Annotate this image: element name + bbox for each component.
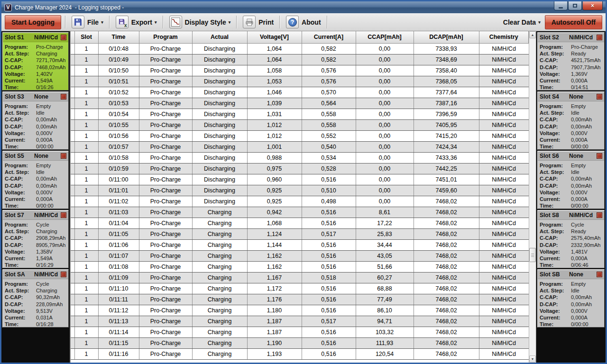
table-row[interactable]: 10/11:01Pro-ChargeDischarging0,9250,5100…: [71, 185, 529, 196]
table-row[interactable]: 10/11:07Pro-ChargeCharging1,1620,51643,0…: [71, 250, 529, 261]
table-row[interactable]: 10/10:53Pro-ChargeDischarging1,0390,5640…: [71, 98, 529, 109]
help-icon[interactable]: ?: [286, 16, 299, 28]
scroll-up-arrow-icon[interactable]: ▲: [529, 31, 536, 38]
table-cell: NiMH/Cd: [479, 348, 529, 359]
table-row[interactable]: 10/11:02Pro-ChargeDischarging0,9250,4980…: [71, 196, 529, 207]
start-logging-button[interactable]: Start Logging: [5, 15, 61, 29]
slot-header: Slot S4None: [538, 92, 604, 101]
table-row[interactable]: 10/10:58Pro-ChargeDischarging0,9880,5340…: [71, 152, 529, 163]
slot-field-label: Program:: [5, 162, 36, 169]
slot-stop-button-icon[interactable]: [597, 272, 602, 277]
table-row[interactable]: 10/10:56Pro-ChargeDischarging1,0120,5520…: [71, 130, 529, 141]
slot-field-label: D-CAP:: [540, 242, 571, 248]
slot-stop-button-icon[interactable]: [61, 35, 66, 40]
slot-stop-button-icon[interactable]: [61, 212, 66, 218]
table-cell: 7468,02: [414, 261, 479, 272]
slot-panel-slot-sa: Slot SANiMH/CdProgram:CycleAct. Step:Cha…: [2, 269, 69, 328]
column-header-ccapmah[interactable]: CCAP[mAh]: [356, 31, 414, 43]
table-row[interactable]: 10/11:00Pro-ChargeDischarging0,9600,5160…: [71, 174, 529, 185]
column-header-currenta[interactable]: Current[A]: [302, 31, 356, 43]
table-row[interactable]: 10/10:55Pro-ChargeDischarging1,0120,5580…: [71, 119, 529, 130]
slot-name: Slot SB: [540, 271, 569, 278]
slot-field-value: Ready: [571, 50, 586, 57]
minimize-button[interactable]: [554, 1, 568, 10]
table-row[interactable]: 10/11:10Pro-ChargeCharging1,1720,51668,8…: [71, 283, 529, 294]
table-cell: NiMH/Cd: [479, 272, 529, 283]
table-scrollbar[interactable]: ▲ ▼: [529, 31, 536, 363]
slot-stop-button-icon[interactable]: [61, 94, 66, 100]
slot-field-row: Current:0,031A: [5, 314, 66, 321]
slot-field-label: Program:: [540, 221, 571, 228]
table-row[interactable]: 10/11:06Pro-ChargeCharging1,1440,51634,4…: [71, 239, 529, 250]
slot-field-row: Current:0,000A: [5, 136, 66, 143]
clear-data-button[interactable]: Clear Data ▾: [501, 18, 543, 27]
slot-stop-button-icon[interactable]: [597, 35, 602, 40]
column-header-time[interactable]: Time: [98, 31, 139, 43]
table-row[interactable]: 10/11:15Pro-ChargeCharging1,1900,516111,…: [71, 337, 529, 348]
table-row[interactable]: 10/11:05Pro-ChargeCharging1,1240,51725,8…: [71, 228, 529, 239]
column-header-dcapmah[interactable]: DCAP[mAh]: [414, 31, 479, 43]
table-row[interactable]: 10/10:52Pro-ChargeDischarging1,0460,5700…: [71, 87, 529, 98]
table-row[interactable]: 10/11:14Pro-ChargeCharging1,1870,516103,…: [71, 327, 529, 337]
table-cell: 7468,02: [414, 250, 479, 261]
table-cell: Pro-Charge: [139, 283, 192, 294]
slot-stop-button-icon[interactable]: [61, 153, 66, 159]
slot-field-row: Act. Step:Charging: [5, 50, 66, 57]
table-row[interactable]: 10/10:50Pro-ChargeDischarging1,0580,5760…: [71, 65, 529, 76]
table-row[interactable]: 10/11:16Pro-ChargeCharging1,1930,516120,…: [71, 348, 529, 359]
slot-field-row: Current:0,000A: [540, 196, 602, 202]
close-button[interactable]: ×: [582, 1, 603, 10]
column-header-voltagev[interactable]: Voltage[V]: [247, 31, 302, 43]
table-row[interactable]: 10/10:49Pro-ChargeDischarging1,0640,5820…: [71, 54, 529, 65]
table-row[interactable]: 10/11:09Pro-ChargeCharging1,1670,51860,2…: [71, 272, 529, 283]
save-file-icon[interactable]: [72, 16, 84, 28]
display-style-button[interactable]: Display Style ▾: [167, 15, 233, 29]
slot-field-row: Time:0/14:51: [540, 84, 602, 91]
table-row[interactable]: 10/11:04Pro-ChargeCharging1,0680,51617,2…: [71, 218, 529, 228]
table-cell: 0,518: [302, 272, 356, 283]
print-button[interactable]: Print: [241, 15, 276, 29]
table-row[interactable]: 10/11:12Pro-ChargeCharging1,1800,51686,1…: [71, 305, 529, 316]
table-cell: 7459,60: [414, 185, 479, 196]
slot-stop-button-icon[interactable]: [597, 153, 602, 159]
printer-icon[interactable]: [243, 16, 256, 28]
table-cell: Pro-Charge: [139, 87, 192, 98]
column-header-slot[interactable]: Slot: [74, 31, 98, 43]
table-row[interactable]: 10/10:57Pro-ChargeDischarging1,0010,5400…: [71, 141, 529, 152]
slot-field-value: 0,00mAh: [36, 116, 57, 123]
table-cell: 1,180: [247, 305, 302, 316]
slot-name: Slot S5: [5, 153, 34, 159]
slot-field-row: D-CAP:0,00mAh: [540, 182, 602, 189]
slot-field-row: Current:0,000A: [540, 255, 602, 262]
slot-panel-slot-s1: Slot S1NiMH/CdProgram:Pro-ChargeAct. Ste…: [2, 32, 69, 91]
table-row[interactable]: 10/10:59Pro-ChargeDischarging0,9750,5280…: [71, 163, 529, 174]
table-row[interactable]: 10/11:03Pro-ChargeCharging0,9420,5168,61…: [71, 207, 529, 218]
slot-stop-button-icon[interactable]: [597, 212, 602, 218]
column-header-program[interactable]: Program: [139, 31, 192, 43]
table-row[interactable]: 10/10:48Pro-ChargeDischarging1,0640,5820…: [71, 43, 529, 54]
slot-stop-button-icon[interactable]: [597, 94, 602, 100]
table-row[interactable]: 10/11:13Pro-ChargeCharging1,1870,51794,7…: [71, 316, 529, 327]
scrollbar-track[interactable]: [529, 38, 536, 355]
export-icon[interactable]: x: [116, 16, 129, 28]
column-header-actual[interactable]: Actual: [192, 31, 247, 43]
slot-field-row: Current:0,000A: [540, 136, 602, 143]
slot-field-value: Empty: [571, 281, 586, 287]
autoscroll-button[interactable]: Autoscroll Off: [545, 15, 602, 29]
chart-style-icon[interactable]: [169, 16, 182, 28]
table-row[interactable]: 10/10:51Pro-ChargeDischarging1,0530,5760…: [71, 76, 529, 87]
maximize-button[interactable]: [568, 1, 582, 10]
column-header-chemistry[interactable]: Chemistry: [479, 31, 529, 43]
about-button[interactable]: ? About: [284, 15, 322, 29]
scrollbar-thumb[interactable]: [529, 248, 536, 262]
table-cell: 0,960: [247, 174, 302, 185]
file-button[interactable]: File ▾: [70, 15, 105, 29]
scroll-down-arrow-icon[interactable]: ▼: [529, 355, 536, 363]
table-row[interactable]: 10/11:08Pro-ChargeCharging1,1620,51651,6…: [71, 261, 529, 272]
table-cell: 1,053: [247, 76, 302, 87]
table-row[interactable]: 10/11:11Pro-ChargeCharging1,1760,51677,4…: [71, 294, 529, 305]
table-cell: 0,516: [302, 305, 356, 316]
export-button[interactable]: x Export ▾: [114, 15, 159, 29]
slot-stop-button-icon[interactable]: [61, 272, 66, 277]
table-row[interactable]: 10/10:54Pro-ChargeDischarging1,0310,5580…: [71, 109, 529, 119]
